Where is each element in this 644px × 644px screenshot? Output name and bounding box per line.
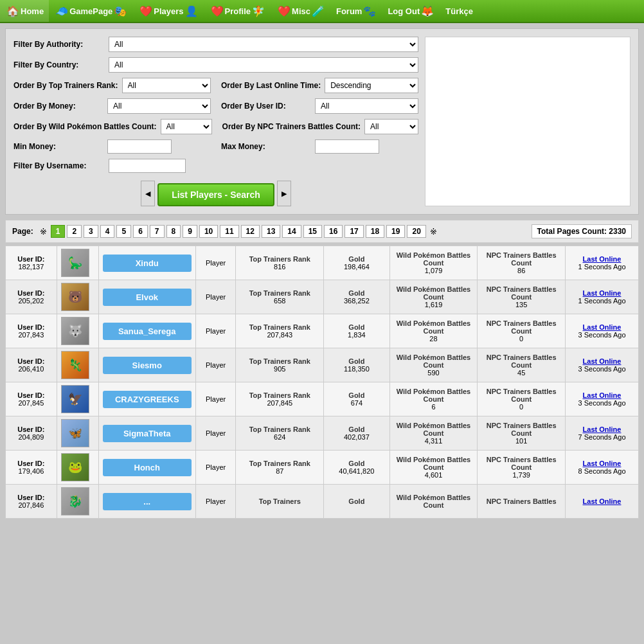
username-cell: ... xyxy=(98,485,195,519)
page-btn-10[interactable]: 10 xyxy=(199,225,218,238)
npc-value: 0 xyxy=(519,335,523,343)
nav-logout[interactable]: Log Out 🦊 xyxy=(382,0,440,22)
role-cell: Player xyxy=(195,280,236,314)
filter-country-select[interactable]: All xyxy=(109,57,418,73)
online-cell: Last Online 3 Seconds Ago xyxy=(566,348,639,382)
search-button[interactable]: List Players - Search xyxy=(157,183,274,206)
online-label[interactable]: Last Online xyxy=(583,357,622,365)
userid-cell: User ID: 205,202 xyxy=(6,280,57,314)
gold-label: Gold xyxy=(348,497,364,505)
page-btn-13[interactable]: 13 xyxy=(262,225,280,238)
page-btn-1[interactable]: 1 xyxy=(51,225,66,238)
online-value: 1 Seconds Ago xyxy=(578,297,626,305)
filter-userid-select[interactable]: All xyxy=(315,98,418,114)
username-button[interactable]: Xindu xyxy=(103,255,192,272)
username-button[interactable]: CRAZYGREEKS xyxy=(103,391,192,408)
nav-language[interactable]: Türkçe xyxy=(440,0,478,22)
nav-forum[interactable]: Forum 🐾 xyxy=(331,0,382,22)
page-btn-14[interactable]: 14 xyxy=(282,225,301,238)
page-btn-20[interactable]: 20 xyxy=(407,225,425,238)
online-label[interactable]: Last Online xyxy=(583,289,622,297)
role-cell: Player xyxy=(195,314,236,348)
nav-gamepage[interactable]: 🧢 GamePage 🎭 xyxy=(49,0,133,22)
rank-value: 658 xyxy=(274,297,285,305)
userid-cell: User ID: 207,843 xyxy=(6,314,57,348)
online-cell: Last Online 1 Seconds Ago xyxy=(566,280,639,314)
npc-cell: NPC Trainers Battles Count 135 xyxy=(478,280,566,314)
userid-label: User ID: xyxy=(17,255,44,263)
username-button[interactable]: Siesmo xyxy=(103,357,192,374)
table-row: User ID: 179,406 🐸 Honch Player Top Trai… xyxy=(6,451,639,485)
nav-misc[interactable]: ❤️ Misc 🧪 xyxy=(271,0,331,22)
username-button[interactable]: Honch xyxy=(103,459,192,476)
online-label[interactable]: Last Online xyxy=(583,391,622,399)
rank-label: Top Trainers Rank xyxy=(249,357,310,365)
userid-value: 205,202 xyxy=(18,297,44,305)
nav-profile[interactable]: ❤️ Profile 🧚 xyxy=(204,0,271,22)
page-btn-6[interactable]: 6 xyxy=(133,225,148,238)
navigation: 🏠 Home 🧢 GamePage 🎭 ❤️ Players 👤 ❤️ Prof… xyxy=(0,0,644,23)
username-cell: Xindu xyxy=(98,246,195,280)
nav-players[interactable]: ❤️ Players 👤 xyxy=(133,0,204,22)
filter-username-input[interactable] xyxy=(109,159,186,173)
prev-page-btn[interactable]: ◀ xyxy=(141,181,155,206)
filter-country-label: Filter By Country: xyxy=(13,60,103,69)
page-btn-5[interactable]: 5 xyxy=(116,225,131,238)
userid-value: 207,843 xyxy=(18,331,44,339)
gold-cell: Gold 118,350 xyxy=(324,348,390,382)
page-btn-12[interactable]: 12 xyxy=(241,225,260,238)
username-button[interactable]: Sanua_Serega xyxy=(103,323,192,340)
filter-wild-half: Order By Wild Pokémon Battles Count: All xyxy=(13,119,212,134)
pagination-bar: Page: ※ 1 2 3 4 5 6 7 8 9 10 11 12 13 14… xyxy=(5,220,639,243)
filter-online-select[interactable]: Descending Ascending xyxy=(325,78,418,93)
nav-home[interactable]: 🏠 Home xyxy=(0,0,49,22)
username-button[interactable]: ... xyxy=(103,493,192,510)
filter-min-input[interactable] xyxy=(107,139,172,154)
online-label[interactable]: Last Online xyxy=(583,460,622,467)
wild-cell: Wild Pokémon Battles Count 590 xyxy=(389,348,478,382)
role-cell: Player xyxy=(195,382,236,416)
page-btn-3[interactable]: 3 xyxy=(84,225,98,238)
filter-rank-select[interactable]: All xyxy=(122,78,211,93)
rank-label: Top Trainers Rank xyxy=(249,323,310,331)
page-btn-8[interactable]: 8 xyxy=(166,225,181,238)
filter-max-input[interactable] xyxy=(315,139,379,154)
page-btn-7[interactable]: 7 xyxy=(150,225,165,238)
filter-authority-select[interactable]: All xyxy=(109,37,418,52)
filter-npc-select[interactable]: All xyxy=(364,119,418,134)
online-label[interactable]: Last Online xyxy=(583,497,622,505)
avatar-cell: 🦎 xyxy=(57,348,98,382)
next-page-btn[interactable]: ▶ xyxy=(277,181,291,206)
wild-value: 28 xyxy=(429,335,437,343)
online-label[interactable]: Last Online xyxy=(583,425,622,433)
page-btn-4[interactable]: 4 xyxy=(100,225,115,238)
page-btn-17[interactable]: 17 xyxy=(344,225,363,238)
avatar: 🐉 xyxy=(61,487,89,515)
page-btn-11[interactable]: 11 xyxy=(220,225,238,238)
userid-value: 207,846 xyxy=(18,501,44,509)
filter-authority-row: Filter By Authority: All xyxy=(13,37,418,52)
npc-value: 1,739 xyxy=(512,471,530,479)
wild-value: 6 xyxy=(431,403,435,411)
filter-money-select[interactable]: All xyxy=(107,98,211,114)
username-button[interactable]: SigmaTheta xyxy=(103,425,192,442)
page-btn-15[interactable]: 15 xyxy=(303,225,322,238)
rank-label: Top Trainers Rank xyxy=(249,425,310,433)
username-cell: Sanua_Serega xyxy=(98,314,195,348)
filter-userid-label: Order By User ID: xyxy=(221,102,311,111)
online-value: 7 Seconds Ago xyxy=(578,433,626,441)
page-btn-18[interactable]: 18 xyxy=(366,225,384,238)
online-label[interactable]: Last Online xyxy=(583,323,622,331)
username-button[interactable]: Elvok xyxy=(103,289,192,306)
table-row: User ID: 207,845 🦅 CRAZYGREEKS Player To… xyxy=(6,382,639,416)
online-label[interactable]: Last Online xyxy=(583,255,622,263)
ellipsis-left: ※ xyxy=(38,227,49,237)
filter-wild-select[interactable]: All xyxy=(161,119,212,134)
page-btn-19[interactable]: 19 xyxy=(386,225,405,238)
page-btn-9[interactable]: 9 xyxy=(183,225,197,238)
table-row: User ID: 207,843 🐺 Sanua_Serega Player T… xyxy=(6,314,639,348)
page-btn-16[interactable]: 16 xyxy=(324,225,343,238)
page-btn-2[interactable]: 2 xyxy=(67,225,82,238)
gold-cell: Gold 674 xyxy=(324,382,390,416)
filter-minmax-row: Min Money: Max Money: xyxy=(13,139,418,154)
